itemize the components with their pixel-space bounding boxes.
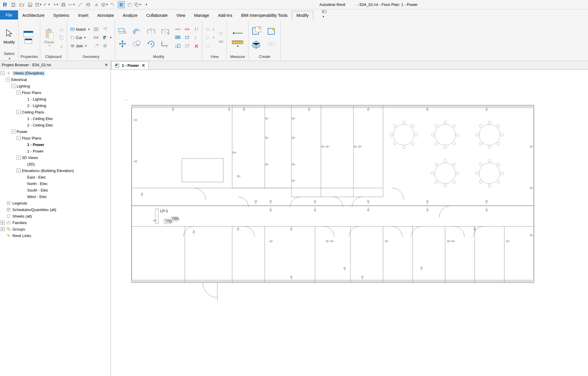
copy-clip-button[interactable] bbox=[58, 34, 65, 41]
tree-revit-links[interactable]: Revit Links bbox=[1, 232, 110, 239]
pin-icon[interactable] bbox=[183, 34, 191, 41]
create-parts-icon[interactable] bbox=[265, 38, 279, 50]
cut-button[interactable]: Cut▼ bbox=[69, 34, 91, 41]
close-icon[interactable]: ✕ bbox=[104, 62, 109, 68]
tab-analyze[interactable]: Analyze bbox=[118, 11, 142, 20]
tree-power-floorplans[interactable]: −Floor Plans bbox=[1, 135, 110, 141]
tree-north-elec[interactable]: North - Elec bbox=[1, 180, 110, 187]
tab-options[interactable]: ▼ bbox=[319, 8, 330, 20]
open-icon[interactable] bbox=[18, 1, 25, 8]
tab-view[interactable]: View bbox=[172, 11, 190, 20]
mirror-draw-icon[interactable] bbox=[159, 26, 172, 37]
unpin-red-icon[interactable] bbox=[193, 25, 200, 33]
split-gap-icon[interactable] bbox=[183, 25, 191, 33]
tree-3d-views[interactable]: −3D Views bbox=[1, 154, 110, 161]
tree-2-power[interactable]: 2 - Power bbox=[1, 148, 110, 154]
tree-south-elec[interactable]: South - Elec bbox=[1, 187, 110, 193]
text-icon[interactable]: A bbox=[93, 1, 100, 8]
array-icon[interactable] bbox=[174, 34, 182, 41]
tab-collaborate[interactable]: Collaborate bbox=[142, 11, 172, 20]
tree-groups[interactable]: +Groups bbox=[1, 226, 110, 232]
tree-1-power[interactable]: 1 - Power bbox=[1, 141, 110, 148]
tree-1-ceiling[interactable]: 1 - Ceiling Elec bbox=[1, 115, 110, 122]
modify-button[interactable]: Modify bbox=[2, 21, 17, 51]
tree-electrical[interactable]: −Electrical bbox=[1, 76, 110, 83]
create-group-icon[interactable] bbox=[250, 38, 264, 50]
linework2-icon[interactable] bbox=[217, 38, 225, 46]
spot-elev-icon[interactable]: +1 bbox=[85, 1, 92, 8]
lock-icon[interactable] bbox=[193, 34, 200, 41]
hide-icon[interactable]: ▼ bbox=[204, 25, 216, 33]
activate-dim-icon[interactable] bbox=[101, 42, 113, 50]
tab-file[interactable]: File bbox=[0, 10, 18, 20]
trim-icon[interactable] bbox=[159, 38, 172, 49]
tree-2-lighting[interactable]: 2 - Lighting bbox=[1, 102, 110, 109]
tree-elevations[interactable]: −Elevations (Building Elevation) bbox=[1, 167, 110, 174]
tab-addins[interactable]: Add-Ins bbox=[214, 11, 237, 20]
measure-button[interactable]: ▼ bbox=[229, 23, 246, 52]
align-dim-icon[interactable] bbox=[76, 1, 83, 8]
tree-lighting[interactable]: −Lighting bbox=[1, 83, 110, 89]
tree-lighting-floorplans[interactable]: −Floor Plans bbox=[1, 89, 110, 96]
3d-icon[interactable]: ▼ bbox=[101, 1, 108, 8]
tree-views-root[interactable]: −Views (Discipline) bbox=[1, 70, 110, 76]
demolish-icon[interactable] bbox=[101, 25, 113, 33]
copy-icon[interactable] bbox=[131, 38, 144, 49]
measure-icon[interactable]: ▼ bbox=[68, 1, 75, 8]
wall-opening-icon[interactable] bbox=[92, 25, 100, 33]
scale-icon[interactable] bbox=[174, 42, 182, 50]
split-element-icon[interactable] bbox=[174, 25, 182, 33]
switch-windows-icon[interactable]: ▼ bbox=[134, 1, 141, 8]
offset-icon[interactable] bbox=[131, 26, 144, 37]
delete-icon[interactable] bbox=[193, 42, 200, 50]
notch-button[interactable]: Notch▼ bbox=[69, 25, 91, 33]
tree-2-ceiling[interactable]: 2 - Ceiling Elec bbox=[1, 122, 110, 128]
match-type-button[interactable] bbox=[58, 42, 65, 50]
tab-modify[interactable]: Modify bbox=[292, 11, 313, 20]
tab-manage[interactable]: Manage bbox=[190, 11, 214, 20]
tab-annotate[interactable]: Annotate bbox=[93, 11, 118, 20]
join-button[interactable]: Join▼ bbox=[69, 42, 91, 50]
thin-lines-icon[interactable] bbox=[118, 1, 125, 8]
tree-schedules[interactable]: Schedules/Quantities (all) bbox=[1, 206, 110, 213]
new-icon[interactable] bbox=[10, 1, 17, 8]
rotate-icon[interactable] bbox=[145, 38, 158, 49]
paste-button[interactable]: Paste ▼ bbox=[42, 23, 57, 52]
cut-clip-button[interactable] bbox=[58, 25, 65, 33]
tree-3d[interactable]: {3D} bbox=[1, 161, 110, 167]
sync-icon[interactable]: ▼ bbox=[35, 1, 42, 8]
override-icon[interactable]: ▼ bbox=[204, 34, 216, 41]
project-tree[interactable]: −Views (Discipline) −Electrical −Lightin… bbox=[0, 69, 111, 376]
tree-1-lighting[interactable]: 1 - Lighting bbox=[1, 96, 110, 102]
create-similar-icon[interactable] bbox=[250, 25, 264, 37]
move-icon[interactable] bbox=[117, 38, 130, 49]
tree-sheets[interactable]: Sheets (all) bbox=[1, 213, 110, 219]
beam-join-icon[interactable] bbox=[92, 34, 100, 41]
close-hidden-icon[interactable] bbox=[126, 1, 133, 8]
unpin-icon[interactable] bbox=[183, 42, 191, 50]
customize-qat-icon[interactable]: ▼ bbox=[143, 1, 150, 8]
displace-icon[interactable] bbox=[217, 30, 225, 37]
tree-power[interactable]: −Power bbox=[1, 128, 110, 135]
select-dropdown-icon[interactable]: ▼ bbox=[8, 57, 11, 60]
tab-bim-interop[interactable]: BIM Interoperability Tools bbox=[237, 11, 292, 20]
redo-icon[interactable]: ▼ bbox=[51, 1, 59, 8]
tree-legends[interactable]: Legends bbox=[1, 200, 110, 206]
save-icon[interactable] bbox=[27, 1, 34, 8]
view-tab-1-power[interactable]: 1 - Power ✕ bbox=[112, 61, 148, 69]
create-assembly-icon[interactable] bbox=[265, 25, 279, 37]
align-icon[interactable] bbox=[117, 26, 130, 37]
tab-architecture[interactable]: Architecture bbox=[18, 11, 49, 20]
undo-icon[interactable]: ▼ bbox=[43, 1, 50, 8]
drawing-canvas[interactable]: LP-1 TR1 SB1 bbox=[111, 70, 588, 376]
mirror-axis-icon[interactable] bbox=[145, 26, 158, 37]
split-face-icon[interactable] bbox=[92, 42, 100, 50]
section-icon[interactable] bbox=[109, 1, 117, 8]
print-icon[interactable] bbox=[60, 1, 67, 8]
tree-east-elec[interactable]: East - Elec bbox=[1, 174, 110, 180]
paint-icon[interactable]: ▼ bbox=[101, 34, 113, 41]
tree-families[interactable]: +Families bbox=[1, 219, 110, 226]
tree-west-elec[interactable]: West - Elec bbox=[1, 193, 110, 200]
tree-ceiling-plans[interactable]: −Ceiling Plans bbox=[1, 109, 110, 115]
linework-icon[interactable] bbox=[204, 42, 216, 50]
